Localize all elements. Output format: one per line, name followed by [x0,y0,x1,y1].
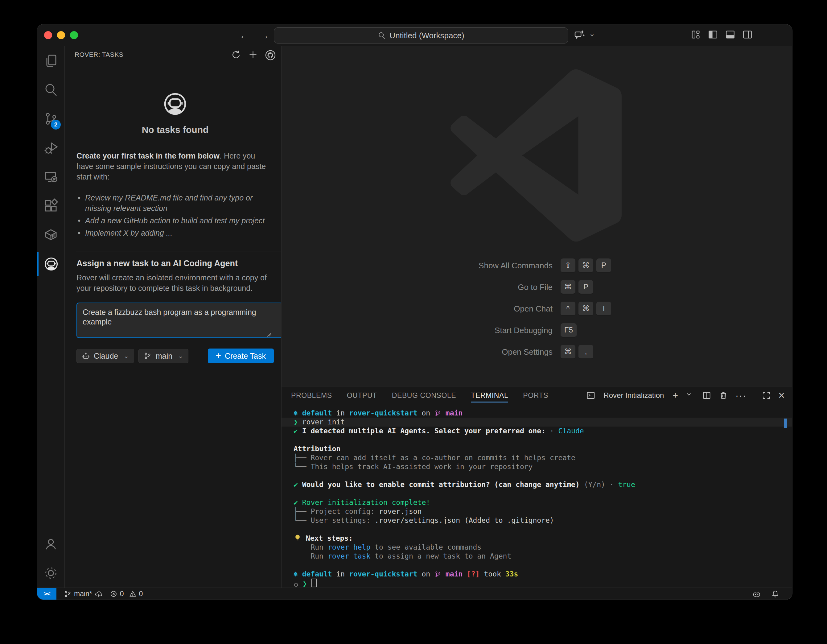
terminal-scrollbar-thumb[interactable] [784,419,787,428]
search-value: Untitled (Workspace) [389,31,464,41]
notifications-bell-icon[interactable] [771,590,779,598]
sidebar-item-source-control[interactable]: 2 [37,104,64,133]
back-button[interactable]: ← [238,29,251,42]
terminal-text: ❯ [303,580,311,588]
account-button[interactable] [37,530,64,558]
terminal-text: default [302,409,332,417]
key-chip: ⇧ [560,258,576,273]
kill-terminal-icon[interactable] [719,391,728,400]
resize-grip-icon[interactable] [267,332,272,337]
shortcut-keys: ⌘P [560,280,593,295]
zoom-window-button[interactable] [70,31,78,39]
customize-layout-icon[interactable] [690,29,701,40]
shortcut-row: Start DebuggingF5 [281,323,792,338]
terminal-text: ✔ Rover initialization complete! [293,499,430,506]
terminal-text: · [546,427,559,435]
terminal-line: ❯ [293,578,783,588]
terminal-text: true [618,480,635,489]
new-terminal-icon[interactable]: + [673,391,678,400]
error-count: 0 [120,590,124,598]
terminal-text: rover init [302,418,345,426]
sidebar-item-remote-explorer[interactable] [37,162,64,191]
terminal-text: on [418,409,434,417]
tab-terminal[interactable]: TERMINAL [471,386,508,404]
status-bar: >< main* 0 0 [37,588,792,600]
error-icon [110,590,117,598]
terminal-session-label[interactable]: Rover Initialization [604,391,664,400]
terminal-text [298,580,303,588]
terminal-text: to assign a new task to an Agent [370,552,511,560]
key-chip: P [596,258,611,273]
copilot-status-icon[interactable] [752,590,760,598]
lightbulb-icon [293,534,301,542]
agent-select[interactable]: Claude ⌄ [76,349,134,363]
terminal-text: ├── [293,507,311,515]
branch-status-item[interactable]: main* [64,590,102,598]
publish-changes-icon [95,590,102,598]
task-description-input[interactable]: Create a fizzbuzz bash program as a prog… [76,303,281,338]
create-task-label: Create Task [225,352,266,361]
terminal-output[interactable]: ❄ default in rover-quickstart on main❯ r… [281,404,792,588]
vscode-logo-watermark [446,69,628,242]
terminal-text: rover-quickstart [349,570,418,578]
section-divider [76,251,281,252]
assign-task-heading: Assign a new task to an AI Coding Agent [76,258,274,269]
extensions-icon [44,199,58,213]
settings-button[interactable] [37,558,64,588]
create-task-button[interactable]: + Create Task [208,349,274,363]
minimize-window-button[interactable] [57,31,65,39]
sidebar-item-containers[interactable] [37,220,64,249]
refresh-icon[interactable] [231,50,241,60]
sidebar-item-rover-tasks[interactable] [37,249,64,278]
sidebar-item-explorer[interactable] [37,46,64,75]
activity-bar: 2 [37,46,65,588]
terminal-dropdown-chevron-icon[interactable] [685,391,695,400]
forward-button[interactable]: → [258,29,271,42]
sample-instruction: Review my README.md file and find any ty… [85,193,253,213]
add-task-icon[interactable] [248,50,258,60]
terminal-text: .rover/settings.json (Added to .gitignor… [374,516,554,524]
terminal-text: └── [293,463,311,470]
copilot-menu[interactable]: ⌄ [574,29,595,41]
tab-ports[interactable]: PORTS [523,386,548,404]
remote-indicator[interactable]: >< [37,588,56,600]
tab-output[interactable]: OUTPUT [347,386,377,404]
more-actions-icon[interactable]: ··· [735,391,746,400]
toggle-primary-sidebar-icon[interactable] [708,29,718,40]
split-terminal-icon[interactable] [702,391,712,400]
maximize-panel-icon[interactable] [761,391,771,400]
tab-debug-console[interactable]: DEBUG CONSOLE [392,386,456,404]
command-center-search[interactable]: Untitled (Workspace) [274,27,568,44]
sample-instruction: Add a new GitHub action to build and tes… [85,216,265,225]
sidebar-item-extensions[interactable] [37,191,64,220]
sample-instruction: Implement X by adding ... [85,228,172,237]
branch-select[interactable]: main ⌄ [139,349,189,363]
shortcut-row: Go to File⌘P [281,280,792,294]
shortcut-row: Open Settings⌘, [281,345,792,359]
terminal-line: └── This helps track AI-assisted work in… [293,462,783,471]
github-icon[interactable] [265,50,275,60]
robot-icon [82,352,90,360]
terminal-text: User settings: [311,516,374,524]
close-window-button[interactable] [44,31,52,39]
problems-status-item[interactable]: 0 0 [110,590,143,598]
list-item: Implement X by adding ... [85,228,274,238]
toggle-panel-icon[interactable] [725,29,735,40]
list-item: Add a new GitHub action to build and tes… [85,215,274,226]
warning-icon [129,590,137,598]
tab-problems[interactable]: PROBLEMS [291,386,332,404]
terminal-line [293,436,783,444]
terminal-text: [?] [462,570,479,578]
terminal-text: I detected multiple AI Agents. Select yo… [302,427,546,435]
close-panel-icon[interactable]: × [778,391,785,400]
terminal-line: Run rover help to see available commands [293,543,783,552]
terminal-text: Would you like to enable commit attribut… [302,480,580,489]
shortcut-label: Open Chat [281,304,552,314]
sidebar-item-run-debug[interactable] [37,133,64,162]
sidebar-item-search[interactable] [37,75,64,104]
shortcut-label: Go to File [281,283,552,292]
window-controls [44,31,78,39]
terminal-text: ❯ [293,418,302,426]
branch-select-value: main [156,352,172,361]
toggle-secondary-sidebar-icon[interactable] [742,29,753,40]
